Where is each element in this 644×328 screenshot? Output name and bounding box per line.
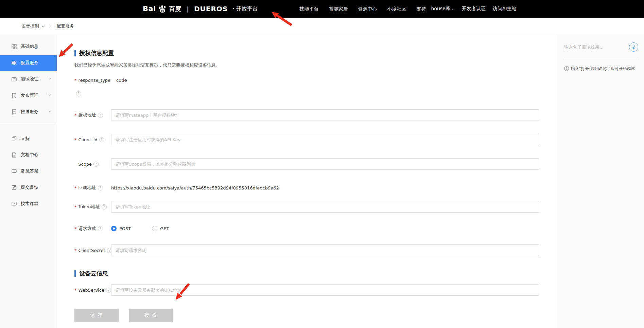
- edit-pencil-icon: [11, 185, 17, 190]
- nav-item-support[interactable]: 支持: [411, 0, 431, 18]
- chevron-down-icon: [48, 110, 51, 112]
- required-marker: *: [74, 113, 77, 118]
- web-service-label: WebService: [79, 288, 104, 293]
- callback-url-value: https://xiaodu.baidu.com/saiya/auth/7546…: [111, 185, 279, 190]
- sidebar-item-label: 提交反馈: [21, 184, 38, 190]
- auth-url-label: 授权地址: [79, 112, 96, 118]
- test-input-row: [564, 42, 638, 57]
- sidebar-item-label: 文档中心: [21, 152, 38, 158]
- sidebar-item-doc-center[interactable]: 文档中心: [0, 147, 57, 163]
- header-account-area: house蓦... 开发者认证 访问AI主站: [431, 6, 516, 12]
- sidebar-item-faq[interactable]: 常见答疑: [0, 163, 57, 179]
- client-secret-input[interactable]: [111, 244, 539, 256]
- nav-item-smart-home[interactable]: 智能家居: [324, 0, 353, 18]
- radio-post[interactable]: POST: [111, 226, 131, 231]
- device-cloud-section-title: 设备云信息: [74, 270, 539, 277]
- logo-dueros-text: DUEROS: [194, 5, 228, 13]
- response-type-value: code: [116, 78, 127, 83]
- callback-url-label: 回调地址: [79, 185, 96, 191]
- test-doc-icon: [11, 76, 17, 82]
- request-method-row: * 请求方式 ? POST GET: [74, 225, 539, 232]
- help-icon[interactable]: ?: [98, 226, 103, 231]
- username[interactable]: house蓦...: [431, 6, 455, 12]
- web-service-row: * WebService ?: [74, 284, 539, 296]
- save-button[interactable]: 保 存: [74, 309, 119, 322]
- video-classroom-icon: [11, 201, 17, 207]
- breadcrumb-separator: 〉: [49, 23, 53, 29]
- client-secret-label: ClientSecret: [79, 248, 105, 253]
- developer-cert-link[interactable]: 开发者认证: [462, 6, 486, 12]
- help-icon[interactable]: ?: [98, 185, 103, 190]
- request-method-options: POST GET: [111, 226, 169, 231]
- required-marker: *: [74, 204, 77, 209]
- sidebar-item-config-service[interactable]: 配置服务: [0, 55, 57, 71]
- baidu-paw-icon: du: [158, 5, 167, 13]
- radio-get[interactable]: GET: [152, 226, 169, 231]
- ai-site-link[interactable]: 访问AI主站: [493, 6, 517, 12]
- radio-get-label: GET: [160, 226, 169, 231]
- sidebar-item-test-verify[interactable]: 测试验证: [0, 71, 57, 87]
- client-id-label: Client_Id: [79, 137, 98, 142]
- help-icon[interactable]: ?: [93, 162, 99, 167]
- breadcrumb-current: 配置服务: [56, 23, 74, 29]
- microphone-icon: [631, 44, 636, 50]
- required-marker: *: [74, 248, 77, 253]
- response-type-label: response_type: [79, 78, 111, 83]
- chat-bubble-icon: [11, 168, 17, 174]
- config-icon: [11, 60, 17, 66]
- scope-label: Scope: [79, 162, 92, 167]
- radio-post-label: POST: [119, 226, 131, 231]
- scope-input[interactable]: [111, 158, 539, 170]
- sidebar-item-support[interactable]: 支持: [0, 130, 57, 147]
- microphone-button[interactable]: [629, 42, 638, 52]
- authorize-button[interactable]: 授 权: [129, 309, 173, 322]
- logo-divider: |: [187, 5, 189, 13]
- sidebar-item-basic-info[interactable]: 基础信息: [0, 38, 57, 55]
- auth-url-input[interactable]: [111, 109, 539, 121]
- sidebar-item-label: 常见答疑: [21, 168, 38, 174]
- help-icon[interactable]: ?: [76, 91, 81, 96]
- sidebar-item-label: 技术课堂: [21, 201, 38, 207]
- test-panel: ! 输入"打开(调用名称)"即可开始调试: [557, 35, 644, 328]
- required-marker: *: [74, 226, 77, 231]
- radio-selected-icon: [111, 226, 117, 231]
- help-icon[interactable]: ?: [99, 137, 104, 142]
- request-method-label: 请求方式: [79, 225, 96, 232]
- breadcrumb-parent[interactable]: 语音控制: [21, 23, 39, 29]
- token-url-row: * Token地址 ?: [74, 201, 539, 213]
- client-id-input[interactable]: [111, 134, 539, 145]
- bookmark-plus-icon: [11, 109, 17, 115]
- sentence-test-input[interactable]: [564, 44, 622, 50]
- chevron-down-icon: [48, 78, 51, 80]
- token-url-input[interactable]: [111, 201, 539, 213]
- top-header: Bai du 百度 | DUEROS · 开放平台 技能平台 智能家居 资源中心…: [0, 0, 644, 18]
- auth-url-row: * 授权地址 ?: [74, 109, 539, 121]
- nav-item-skill-platform[interactable]: 技能平台: [294, 0, 324, 18]
- client-secret-row: * ClientSecret ?: [74, 244, 539, 256]
- help-icon[interactable]: ?: [98, 113, 103, 118]
- header-nav: 技能平台 智能家居 资源中心 小度社区 支持: [294, 0, 431, 18]
- token-url-label: Token地址: [79, 204, 100, 210]
- web-service-input[interactable]: [111, 284, 539, 296]
- nav-item-community[interactable]: 小度社区: [382, 0, 411, 18]
- baidu-dueros-logo[interactable]: Bai du 百度 | DUEROS · 开放平台: [143, 5, 258, 13]
- required-marker: *: [74, 288, 77, 293]
- scope-row: * Scope ?: [74, 158, 539, 170]
- sidebar-item-label: 推送服务: [21, 109, 38, 115]
- response-type-row: * response_type code: [74, 78, 539, 83]
- test-panel-tip: ! 输入"打开(调用名称)"即可开始调试: [564, 66, 638, 72]
- bookmark-plus-icon: [11, 93, 17, 98]
- help-icon[interactable]: ?: [102, 204, 107, 209]
- chevron-down-icon[interactable]: [41, 25, 45, 28]
- document-icon: [11, 152, 17, 158]
- auth-section-description: 我们已经为您生成智能家居类技能交互模型，您只需要授权相应设备信息。: [74, 62, 539, 68]
- sidebar-item-feedback[interactable]: 提交反馈: [0, 179, 57, 196]
- sidebar-item-label: 发布管理: [21, 92, 38, 98]
- sidebar-item-label: 基础信息: [21, 43, 38, 50]
- nav-item-resource-center[interactable]: 资源中心: [353, 0, 382, 18]
- sidebar-item-tech-classroom[interactable]: 技术课堂: [0, 196, 57, 212]
- sidebar-item-push-service[interactable]: 推送服务: [0, 104, 57, 120]
- sidebar-item-publish-manage[interactable]: 发布管理: [0, 87, 57, 104]
- help-icon[interactable]: ?: [106, 288, 111, 293]
- breadcrumb: 语音控制 〉 配置服务: [0, 18, 644, 35]
